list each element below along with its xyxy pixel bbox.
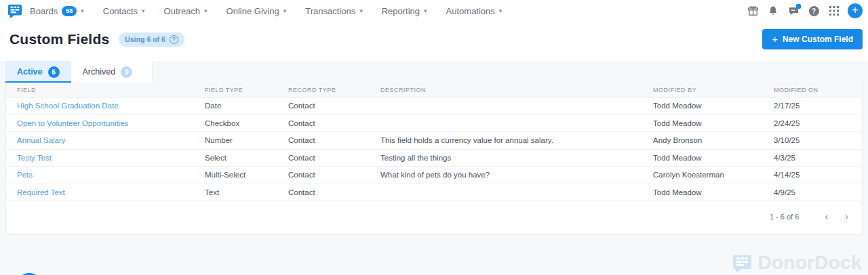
modified-on-cell: 2/17/25 — [763, 98, 862, 115]
notification-dot — [796, 4, 801, 9]
next-page-button[interactable]: › — [842, 211, 851, 222]
nav-item-outreach[interactable]: Outreach ▾ — [164, 6, 208, 16]
chevron-left-icon: ‹ — [825, 211, 828, 222]
apps-grid-icon[interactable] — [827, 4, 841, 18]
column-header-field-type: Field Type — [194, 83, 277, 98]
field-type-cell: Checkbox — [194, 114, 277, 132]
modified-on-cell: 3/10/25 — [763, 132, 862, 150]
field-name-link[interactable]: Testy Test — [6, 149, 194, 167]
table-row: Testy Test Select Contact Testing all th… — [6, 149, 862, 167]
record-type-cell: Contact — [277, 132, 370, 150]
nav-item-label: Automations — [446, 6, 495, 16]
tab-archived[interactable]: Archived 9 — [71, 61, 144, 83]
nav-item-reporting[interactable]: Reporting ▾ — [382, 6, 427, 16]
field-name-link[interactable]: High School Graduation Date — [6, 98, 194, 115]
description-cell — [370, 98, 642, 115]
page-title: Custom Fields — [9, 31, 109, 47]
field-type-cell: Text — [194, 184, 277, 201]
chevron-down-icon: ▾ — [499, 8, 502, 14]
top-navbar: Boards 58 ▾ Contacts ▾ Outreach ▾ Online… — [0, 0, 868, 22]
chevron-right-icon: › — [845, 211, 848, 222]
modified-by-cell: Todd Meadow — [642, 184, 763, 201]
nav-item-label: Contacts — [103, 6, 138, 16]
table-row: Pets Multi-Select Contact What kind of p… — [6, 167, 862, 184]
nav-item-label: Boards — [30, 6, 58, 16]
modified-on-cell: 2/24/25 — [763, 114, 862, 132]
usage-badge: Using 6 of 6 ? — [119, 33, 184, 47]
new-custom-field-button[interactable]: + New Custom Field — [762, 29, 863, 49]
nav-item-online-giving[interactable]: Online Giving ▾ — [226, 6, 287, 16]
chevron-down-icon: ▾ — [424, 8, 427, 14]
quick-add-button[interactable]: + — [848, 3, 863, 18]
column-header-modified-by: Modified By — [642, 83, 763, 98]
tab-group: Active 6 Archived 9 — [5, 61, 153, 83]
chat-icon[interactable] — [787, 4, 800, 18]
help-icon[interactable]: ? — [807, 4, 821, 18]
gift-icon[interactable] — [746, 4, 760, 18]
custom-fields-table: Field Field Type Record Type Description… — [6, 83, 862, 201]
nav-item-boards[interactable]: Boards 58 ▾ — [30, 6, 84, 16]
field-type-cell: Multi-Select — [194, 167, 277, 184]
nav-utility-icons: ? + — [746, 3, 863, 18]
modified-on-cell: 4/3/25 — [763, 149, 862, 167]
modified-by-cell: Andy Bronson — [642, 132, 763, 150]
donordock-watermark: DonorDock — [732, 252, 862, 274]
bell-icon[interactable] — [766, 4, 780, 18]
boards-count-badge: 58 — [62, 6, 77, 16]
tab-archived-label: Archived — [83, 67, 116, 77]
modified-by-cell: Todd Meadow — [642, 98, 763, 115]
modified-on-cell: 4/9/25 — [763, 184, 862, 201]
column-header-field: Field — [6, 83, 194, 98]
donordock-watermark-icon — [732, 253, 752, 273]
tab-active[interactable]: Active 6 — [5, 61, 71, 83]
tab-active-count-badge: 6 — [48, 66, 60, 78]
field-name-link[interactable]: Open to Volunteer Opportunities — [6, 114, 194, 132]
chevron-down-icon: ▾ — [204, 8, 208, 14]
record-type-cell: Contact — [277, 149, 370, 167]
description-cell: Testing all the things — [370, 149, 642, 167]
nav-item-automations[interactable]: Automations ▾ — [446, 6, 502, 16]
nav-menu: Boards 58 ▾ Contacts ▾ Outreach ▾ Online… — [30, 6, 502, 16]
column-header-description: Description — [370, 83, 642, 98]
field-type-cell: Date — [194, 98, 277, 115]
record-type-cell: Contact — [277, 98, 370, 115]
description-cell: This field holds a currency value for an… — [370, 132, 642, 150]
chevron-down-icon: ▾ — [359, 8, 363, 14]
record-type-cell: Contact — [277, 184, 370, 201]
donordock-logo-icon[interactable] — [7, 3, 22, 18]
nav-item-transactions[interactable]: Transactions ▾ — [305, 6, 362, 16]
nav-item-label: Online Giving — [226, 6, 279, 16]
nav-item-label: Transactions — [305, 6, 355, 16]
field-name-link[interactable]: Pets — [6, 167, 194, 184]
record-type-cell: Contact — [277, 114, 370, 132]
description-cell — [370, 114, 642, 132]
tab-archived-count-badge: 9 — [121, 66, 132, 78]
field-name-link[interactable]: Required Text — [6, 184, 194, 201]
nav-item-label: Reporting — [382, 6, 420, 16]
field-type-cell: Number — [194, 132, 277, 150]
modified-by-cell: Carolyn Koesterman — [642, 167, 763, 184]
pagination-range: 1 - 6 of 6 — [770, 213, 799, 221]
table-row: Required Text Text Contact Todd Meadow 4… — [6, 184, 862, 201]
chevron-down-icon: ▾ — [142, 8, 145, 14]
description-cell — [370, 184, 642, 201]
column-header-record-type: Record Type — [277, 83, 370, 98]
page-header: Custom Fields Using 6 of 6 ? + New Custo… — [0, 22, 868, 61]
chevron-down-icon: ▾ — [283, 8, 287, 14]
usage-help-icon[interactable]: ? — [170, 35, 178, 44]
table-row: Open to Volunteer Opportunities Checkbox… — [6, 114, 862, 132]
help-glyph: ? — [812, 7, 816, 15]
custom-fields-table-container: Field Field Type Record Type Description… — [5, 83, 863, 235]
table-row: Annual Salary Number Contact This field … — [6, 132, 862, 150]
table-row: High School Graduation Date Date Contact… — [6, 98, 862, 115]
help-glyph: ? — [172, 36, 176, 43]
previous-page-button[interactable]: ‹ — [822, 211, 831, 222]
modified-by-cell: Todd Meadow — [642, 114, 763, 132]
field-name-link[interactable]: Annual Salary — [6, 132, 194, 150]
pagination: 1 - 6 of 6 ‹ › — [6, 201, 862, 234]
tab-active-label: Active — [17, 67, 43, 77]
nav-item-label: Outreach — [164, 6, 200, 16]
watermark-label: DonorDock — [757, 252, 862, 274]
nav-item-contacts[interactable]: Contacts ▾ — [103, 6, 145, 16]
plus-icon: + — [852, 5, 858, 16]
